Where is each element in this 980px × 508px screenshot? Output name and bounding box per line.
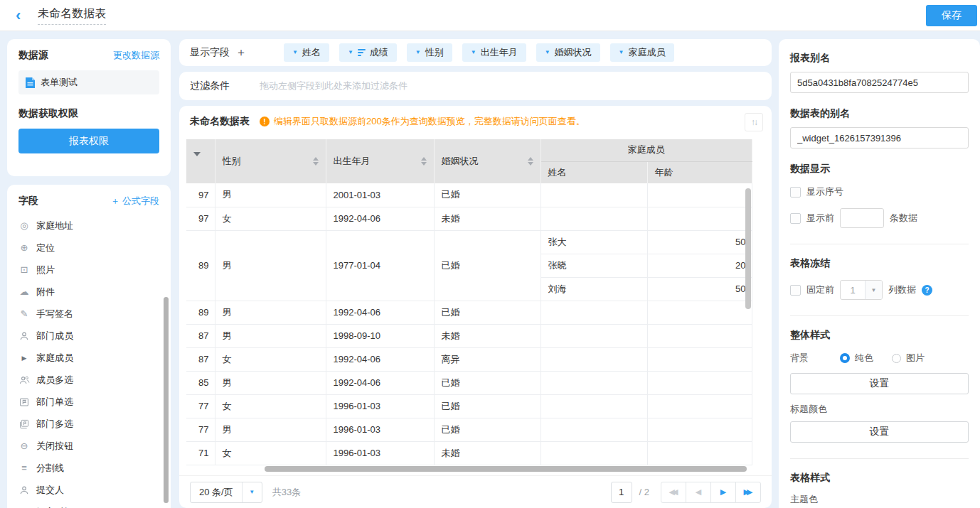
- radio-unselected-icon: [892, 354, 901, 363]
- sort-desc-icon: [358, 49, 366, 56]
- settings-panel: 报表别名 数据表的别名 数据显示 显示序号 显示前 条数据 表格冻结 固定前 1…: [779, 39, 980, 508]
- warning-icon: !: [260, 117, 270, 126]
- triangle-down-icon: [193, 152, 201, 167]
- field-item-attachment[interactable]: ☁附件: [18, 281, 159, 303]
- chip-gender[interactable]: ▼性别: [407, 43, 452, 62]
- score-column-header[interactable]: [186, 139, 215, 183]
- table-row: 77女1996-01-03已婚: [186, 394, 752, 418]
- table-row: 89男1992-04-06已婚: [186, 301, 752, 324]
- field-item-submit-time[interactable]: 提交时间: [18, 501, 159, 508]
- chip-name[interactable]: ▼姓名: [284, 43, 329, 62]
- sidebar-scrollbar[interactable]: [164, 297, 169, 503]
- crosshair-icon: ⊕: [18, 242, 30, 253]
- field-item-signature[interactable]: ✎手写签名: [18, 303, 159, 325]
- field-item-submitter[interactable]: 提交人: [18, 479, 159, 501]
- field-chips: ▼姓名 ▼成绩 ▼性别 ▼出生年月 ▼婚姻状况 ▼家庭成员: [284, 43, 674, 62]
- field-item-family[interactable]: ▶家庭成员: [18, 347, 159, 369]
- freeze-count-select[interactable]: 1 ▼: [840, 280, 883, 300]
- bg-solid-radio[interactable]: 纯色: [840, 352, 873, 364]
- chip-family[interactable]: ▼家庭成员: [610, 43, 674, 62]
- next-page-button[interactable]: ▶: [710, 482, 736, 503]
- image-icon: ⊡: [18, 264, 30, 275]
- field-item-divider[interactable]: ≡分割线: [18, 457, 159, 479]
- bg-image-radio[interactable]: 图片: [892, 352, 925, 364]
- field-item-photo[interactable]: ⊡照片: [18, 259, 159, 281]
- sort-toggle-icon[interactable]: [313, 157, 319, 166]
- theme-color-label: 主题色: [790, 493, 969, 506]
- plus-icon: ＋: [110, 195, 122, 206]
- minus-circle-icon: ⊖: [18, 441, 30, 451]
- filter-label: 过滤条件: [190, 80, 230, 92]
- table-row: 97男2001-01-03已婚: [186, 183, 752, 207]
- sort-toggle-icon[interactable]: [528, 157, 533, 166]
- marital-column-header[interactable]: 婚姻状况: [434, 139, 540, 183]
- report-alias-input[interactable]: [790, 72, 969, 93]
- help-icon[interactable]: ?: [922, 285, 932, 296]
- show-index-checkbox[interactable]: [790, 187, 801, 198]
- field-item-locate[interactable]: ⊕定位: [18, 237, 159, 259]
- field-item-close-button[interactable]: ⊖关闭按钮: [18, 435, 159, 457]
- fields-panel: 字段 ＋ 公式字段 ◎家庭地址 ⊕定位 ⊡照片 ☁附件 ✎手写签名 部门成员 ▶…: [7, 185, 171, 508]
- pagination: 1 / 2 ◀◀ ◀ ▶ ▶▶: [611, 482, 761, 503]
- freeze-checkbox[interactable]: [790, 285, 801, 296]
- table-row: 87女1992-04-06离异: [186, 347, 752, 371]
- chevron-down-icon: ▼: [292, 50, 298, 55]
- preview-warning: ! 编辑界面只取数据源前200条作为查询数据预览，完整数据请访问页面查看。: [260, 115, 585, 128]
- datasource-title: 数据源: [18, 49, 48, 62]
- people-icon: [18, 375, 30, 385]
- show-first-label: 显示前: [806, 212, 834, 225]
- divider-lines-icon: ≡: [18, 463, 30, 473]
- location-pin-icon: ◎: [18, 220, 30, 231]
- prev-page-button[interactable]: ◀: [686, 482, 711, 503]
- datasource-item[interactable]: 表单测试: [18, 70, 159, 94]
- report-permission-button[interactable]: 报表权限: [18, 129, 159, 153]
- add-display-field-icon[interactable]: ＋: [235, 45, 247, 60]
- permission-title: 数据获取权限: [18, 107, 159, 120]
- field-item-address[interactable]: ◎家庭地址: [18, 215, 159, 237]
- report-alias-label: 报表别名: [790, 52, 969, 65]
- save-button[interactable]: 保存: [926, 5, 977, 26]
- birth-column-header[interactable]: 出生年月: [326, 139, 434, 183]
- change-datasource-link[interactable]: 更改数据源: [113, 49, 159, 62]
- last-page-button[interactable]: ▶▶: [735, 482, 761, 503]
- page-size-select[interactable]: 20 条/页 ▼: [190, 482, 262, 503]
- chip-marital[interactable]: ▼婚姻状况: [536, 43, 600, 62]
- family-name-header: 姓名: [540, 161, 647, 183]
- back-chevron-icon[interactable]: ‹: [16, 8, 21, 23]
- field-item-dept-single[interactable]: 部门单选: [18, 391, 159, 413]
- field-item-dept-member[interactable]: 部门成员: [18, 325, 159, 347]
- chip-score[interactable]: ▼成绩: [339, 43, 397, 62]
- first-page-button[interactable]: ◀◀: [661, 482, 686, 503]
- background-set-button[interactable]: 设置: [790, 373, 969, 394]
- show-index-label: 显示序号: [806, 185, 843, 198]
- section-divider: [790, 244, 969, 244]
- topbar: ‹ 未命名数据表 保存: [0, 0, 980, 31]
- page-title[interactable]: 未命名数据表: [38, 6, 106, 25]
- title-color-label: 标题颜色: [790, 403, 969, 416]
- table-alias-input[interactable]: [790, 127, 969, 148]
- freeze-suffix: 列数据: [888, 283, 916, 296]
- cloud-upload-icon: ☁: [18, 286, 30, 297]
- table-footer: 20 条/页 ▼ 共33条 1 / 2 ◀◀ ◀ ▶ ▶▶: [179, 476, 772, 508]
- field-list: ◎家庭地址 ⊕定位 ⊡照片 ☁附件 ✎手写签名 部门成员 ▶家庭成员 成员多选 …: [18, 215, 159, 508]
- chip-birth[interactable]: ▼出生年月: [462, 43, 526, 62]
- radio-selected-icon: [840, 353, 850, 363]
- show-first-checkbox[interactable]: [790, 213, 801, 224]
- expand-arrow-icon: ▶: [18, 355, 30, 362]
- table-card: 未命名数据表 ! 编辑界面只取数据源前200条作为查询数据预览，完整数据请访问页…: [179, 106, 772, 508]
- field-item-dept-multi[interactable]: 部门多选: [18, 413, 159, 435]
- chevron-down-icon: ▼: [471, 50, 476, 55]
- sort-toggle-icon[interactable]: [421, 157, 427, 166]
- field-item-member-multi[interactable]: 成员多选: [18, 369, 159, 391]
- add-formula-field-link[interactable]: ＋ 公式字段: [110, 195, 159, 207]
- table-vertical-scrollbar[interactable]: [745, 188, 751, 309]
- chevron-down-icon: ▼: [865, 281, 882, 299]
- table-horizontal-scrollbar[interactable]: [265, 466, 747, 472]
- title-color-set-button[interactable]: 设置: [790, 421, 969, 443]
- filter-dropzone[interactable]: 拖动左侧字段到此处来添加过滤条件: [260, 80, 408, 92]
- page-number-input[interactable]: 1: [611, 482, 632, 503]
- total-pages: / 2: [639, 487, 649, 497]
- gender-column-header[interactable]: 性别: [215, 139, 326, 183]
- table-sort-toggle[interactable]: ↑↓: [745, 113, 763, 131]
- row-limit-input[interactable]: [840, 208, 884, 228]
